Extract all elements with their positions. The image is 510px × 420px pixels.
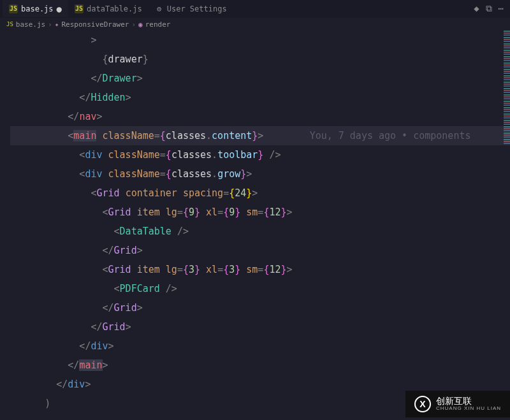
watermark-text: 创新互联 xyxy=(436,396,501,406)
modified-dot-icon: ● xyxy=(57,4,62,14)
js-icon: JS xyxy=(6,21,13,27)
method-icon: ◉ xyxy=(138,20,143,29)
code-editor[interactable]: > {drawer} </Drawer> </Hidden> </nav> <m… xyxy=(0,31,510,413)
tab-datatable-js[interactable]: JS dataTable.js xyxy=(68,0,149,17)
tab-user-settings[interactable]: ⚙ User Settings xyxy=(149,0,233,17)
breadcrumb-item[interactable]: base.js xyxy=(16,20,45,29)
tab-label: User Settings xyxy=(167,4,227,13)
js-icon: JS xyxy=(75,4,84,13)
tab-base-js[interactable]: JS base.js ● xyxy=(3,0,68,17)
gear-icon: ⚙ xyxy=(155,4,164,13)
active-line: <main className={classes.content}> You, … xyxy=(10,126,510,145)
chevron-right-icon: › xyxy=(48,20,52,29)
breadcrumb-item[interactable]: render xyxy=(145,20,171,29)
compare-icon[interactable]: ◆ xyxy=(474,3,479,14)
minimap[interactable] xyxy=(504,31,510,145)
watermark: X 创新互联 CHUANG XIN HU LIAN xyxy=(405,391,510,417)
watermark-sub: CHUANG XIN HU LIAN xyxy=(436,406,501,412)
split-icon[interactable]: ⧉ xyxy=(486,3,492,14)
watermark-logo: X xyxy=(414,396,431,412)
tab-label: base.js xyxy=(21,4,54,13)
js-icon: JS xyxy=(9,4,18,13)
tab-label: dataTable.js xyxy=(87,4,142,13)
tab-actions: ◆ ⧉ ⋯ xyxy=(474,3,507,14)
breadcrumb: JS base.js › ✦ ResponsiveDrawer › ◉ rend… xyxy=(0,18,510,31)
git-blame: You, 7 days ago • components xyxy=(263,130,470,141)
tab-bar: JS base.js ● JS dataTable.js ⚙ User Sett… xyxy=(0,0,510,18)
breadcrumb-item[interactable]: ResponsiveDrawer xyxy=(61,20,129,29)
more-icon[interactable]: ⋯ xyxy=(499,3,504,14)
class-icon: ✦ xyxy=(55,20,59,29)
chevron-right-icon: › xyxy=(131,20,136,29)
